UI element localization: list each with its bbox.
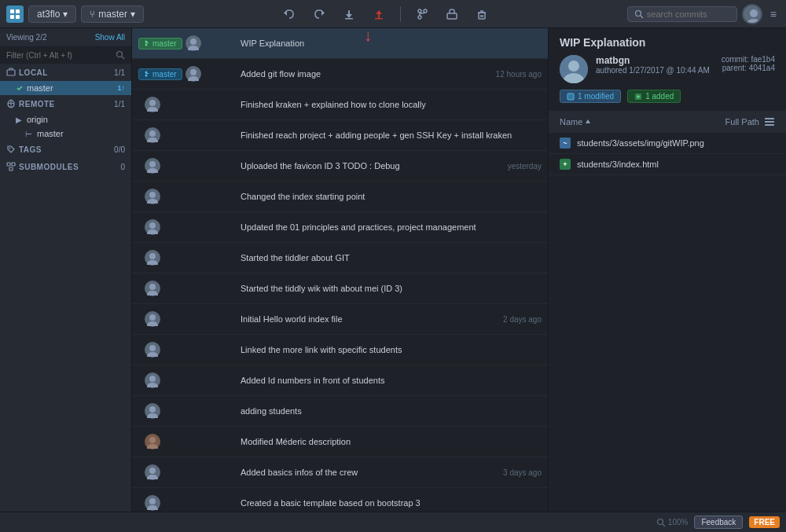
table-row[interactable]: Started the tiddly wik with about mei (I… (132, 273, 548, 304)
table-row[interactable]: Finished kraken + explained how to clone… (132, 90, 548, 120)
commit-time: 3 days ago (503, 468, 542, 477)
commit-graph: master (138, 63, 241, 85)
svg-point-51 (149, 253, 156, 259)
commit-list[interactable]: master WIP Explanation master (132, 28, 548, 512)
local-section-header[interactable]: LOCAL 1/1 (0, 64, 131, 81)
svg-point-19 (750, 9, 758, 17)
remote-master-name: master (37, 129, 125, 138)
commit-graph (138, 369, 241, 391)
titlebar-left: at3flo ▾ ⑂ master ▾ (6, 6, 144, 23)
detail-commit-hash: commit: fae1b4 (722, 55, 775, 64)
search-icon (116, 50, 125, 60)
svg-point-34 (188, 46, 199, 50)
svg-point-66 (147, 475, 158, 479)
commit-message: Added basics infos of the crew (241, 468, 497, 477)
detail-changes: 1 modified 1 added (560, 90, 775, 103)
table-row[interactable]: Updated the 01 principles and practices,… (132, 212, 548, 243)
remote-label: REMOTE (19, 100, 111, 108)
local-icon (6, 68, 16, 77)
branch-selector[interactable]: ⑂ master ▾ (81, 6, 144, 23)
sidebar-item-master-local[interactable]: master 1↑ (0, 81, 131, 95)
sidebar-item-origin[interactable]: ▶ origin (0, 112, 131, 127)
table-row[interactable]: master Added git flow image 12 hours ago (132, 59, 548, 90)
commit-avatar (185, 35, 201, 51)
table-row[interactable]: Started the tiddler about GIT (132, 243, 548, 273)
file-modified-icon: ~ (560, 138, 571, 149)
detail-title: WIP Explanation (560, 36, 775, 49)
table-row[interactable]: master WIP Explanation (132, 28, 548, 59)
commit-avatar (145, 97, 160, 112)
commit-graph (138, 277, 241, 299)
repo-selector[interactable]: at3flo ▾ (28, 6, 76, 23)
push-button[interactable] (367, 4, 391, 24)
tags-count: 0/0 (114, 145, 125, 154)
redo-button[interactable] (307, 4, 331, 24)
files-col-name: Name (560, 117, 725, 127)
table-row[interactable]: Linked the more link with specific stude… (132, 335, 548, 365)
commit-graph (138, 247, 241, 269)
origin-name: origin (27, 115, 125, 124)
detail-files-header: Name Full Path (549, 112, 786, 133)
svg-point-57 (149, 345, 156, 351)
svg-point-55 (149, 314, 156, 321)
commit-graph (138, 185, 241, 207)
table-row[interactable]: Modified Méderic description (132, 427, 548, 457)
table-row[interactable]: adding students (132, 396, 548, 427)
table-row[interactable]: Finished reach project + adding people +… (132, 120, 548, 151)
show-all-link[interactable]: Show All (95, 33, 125, 42)
table-row[interactable]: Added basics infos of the crew 3 days ag… (132, 457, 548, 488)
list-item[interactable]: ~ students/3/assets/img/gitWIP.png (549, 133, 786, 154)
local-label: LOCAL (19, 68, 111, 77)
stash-button[interactable] (440, 4, 464, 24)
check-icon (16, 84, 24, 92)
added-icon (634, 93, 642, 101)
toolbar-separator (400, 6, 401, 22)
branch-icon (144, 71, 150, 77)
filter-input[interactable] (6, 51, 116, 60)
commit-message: Modified Méderic description (241, 437, 535, 446)
free-badge: FREE (749, 516, 780, 528)
tags-label: TAGS (19, 145, 111, 154)
table-row[interactable]: Uploaded the favicon ID 3 TODO : Debug y… (132, 151, 548, 182)
svg-point-53 (149, 284, 156, 290)
tags-section-header[interactable]: TAGS 0/0 (0, 141, 131, 158)
undo-button[interactable] (277, 4, 301, 24)
commit-time: 2 days ago (503, 315, 542, 324)
table-row[interactable]: Initial Hello world index file 2 days ag… (132, 304, 548, 335)
svg-point-62 (147, 413, 158, 418)
sidebar-filter[interactable] (0, 47, 131, 64)
svg-point-44 (147, 138, 158, 142)
remote-count: 1/1 (114, 100, 125, 108)
fetch-button[interactable] (337, 4, 361, 24)
table-row[interactable]: Created a basic template based on bootst… (132, 488, 548, 512)
table-row[interactable]: Added Id numbers in front of students (132, 365, 548, 396)
remote-section-header[interactable]: REMOTE 1/1 (0, 95, 131, 112)
svg-point-20 (747, 19, 761, 24)
commit-graph (138, 124, 241, 146)
detail-meta: matbgn authored 1/27/2017 @ 10:44 AM com… (560, 55, 775, 83)
svg-point-56 (147, 321, 158, 326)
table-row[interactable]: Changed the index starting point (132, 182, 548, 212)
user-avatar[interactable] (742, 4, 762, 24)
remote-icon (6, 99, 16, 108)
commit-message: Finished reach project + adding people +… (241, 130, 535, 140)
branch-button[interactable] (410, 4, 434, 24)
list-view-icon[interactable] (764, 116, 775, 127)
svg-point-14 (424, 9, 427, 13)
svg-rect-79 (765, 121, 774, 123)
sidebar-item-remote-master[interactable]: ⊢ master (0, 127, 131, 141)
menu-button[interactable]: ≡ (767, 6, 780, 22)
svg-rect-74 (567, 94, 574, 100)
search-box[interactable] (627, 6, 737, 22)
detail-author-info: matbgn authored 1/27/2017 @ 10:44 AM (596, 55, 714, 75)
detail-panel: WIP Explanation matbgn authored 1/27/201… (549, 28, 786, 512)
discard-button[interactable] (470, 4, 494, 24)
submodules-section-header[interactable]: SUBMODULES 0 (0, 158, 131, 175)
search-input[interactable] (647, 9, 725, 19)
titlebar-center (144, 4, 627, 24)
svg-line-18 (641, 16, 643, 18)
feedback-button[interactable]: Feedback (694, 515, 743, 529)
svg-point-21 (117, 52, 123, 57)
svg-marker-77 (586, 119, 590, 123)
list-item[interactable]: + students/3/index.html (549, 154, 786, 175)
